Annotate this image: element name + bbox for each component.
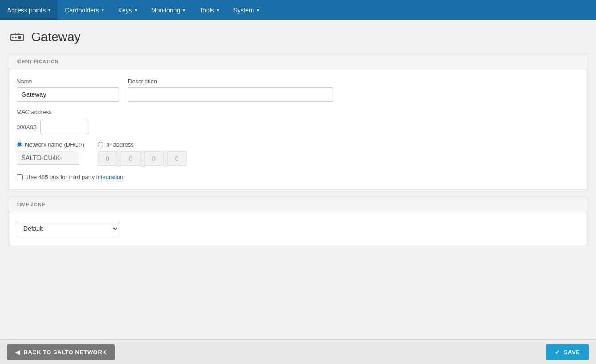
name-group: Name xyxy=(17,78,119,102)
content-area: Gateway IDENTIFICATION Name Description … xyxy=(0,20,596,339)
ip-octet-4[interactable] xyxy=(167,151,187,166)
ip-dot-2: . xyxy=(141,151,144,167)
nav-cardholders-label: Cardholders xyxy=(65,7,99,14)
use485-highlight: integration xyxy=(96,174,124,180)
nav-keys-chevron: ▾ xyxy=(135,8,137,12)
nav-system-chevron: ▾ xyxy=(257,8,259,12)
svg-point-1 xyxy=(12,37,14,38)
use485-label[interactable]: Use 485 bus for third party integration xyxy=(26,174,124,180)
mac-label: MAC address xyxy=(17,109,579,115)
gateway-icon xyxy=(9,29,25,45)
nav-cardholders[interactable]: Cardholders ▾ xyxy=(58,0,111,20)
network-dhcp-label: Network name (DHCP) xyxy=(25,141,84,148)
identification-header: IDENTIFICATION xyxy=(9,54,587,69)
network-ip-label: IP address xyxy=(106,141,134,148)
nav-keys[interactable]: Keys ▾ xyxy=(111,0,144,20)
desc-input[interactable] xyxy=(128,87,333,102)
network-dhcp-group: Network name (DHCP) xyxy=(17,141,84,165)
timezone-header: TIME ZONE xyxy=(9,197,587,212)
page-title: Gateway xyxy=(31,30,81,44)
network-ip-group: IP address . . . xyxy=(98,141,187,167)
ip-octet-2[interactable] xyxy=(121,151,141,166)
network-dhcp-radio-label[interactable]: Network name (DHCP) xyxy=(17,141,84,148)
nav-cardholders-chevron: ▾ xyxy=(102,8,104,12)
nav-monitoring-chevron: ▾ xyxy=(183,8,185,12)
timezone-body: DefaultUTCGMTUS/EasternUS/CentralUS/Paci… xyxy=(9,212,587,245)
nav-tools-chevron: ▾ xyxy=(217,8,219,12)
network-dhcp-input[interactable] xyxy=(17,151,79,165)
nav-access-points-label: Access points xyxy=(7,7,46,14)
ip-octet-3[interactable] xyxy=(144,151,164,166)
nav-system[interactable]: System ▾ xyxy=(226,0,266,20)
nav-access-points-chevron: ▾ xyxy=(48,8,50,12)
use485-row: Use 485 bus for third party integration xyxy=(17,174,579,180)
mac-suffix-input[interactable] xyxy=(40,120,89,134)
svg-point-2 xyxy=(15,37,17,38)
svg-rect-3 xyxy=(18,36,21,39)
timezone-select[interactable]: DefaultUTCGMTUS/EasternUS/CentralUS/Paci… xyxy=(17,221,119,236)
nav-monitoring[interactable]: Monitoring ▾ xyxy=(144,0,192,20)
name-desc-row: Name Description xyxy=(17,78,579,102)
use485-checkbox[interactable] xyxy=(17,174,23,180)
ip-octet-1[interactable] xyxy=(98,151,117,166)
network-ip-radio-label[interactable]: IP address xyxy=(98,141,187,148)
timezone-card: TIME ZONE DefaultUTCGMTUS/EasternUS/Cent… xyxy=(9,197,587,245)
nav-tools[interactable]: Tools ▾ xyxy=(192,0,226,20)
network-dhcp-radio[interactable] xyxy=(17,142,22,147)
nav-access-points[interactable]: Access points ▾ xyxy=(0,0,58,20)
name-input[interactable] xyxy=(17,87,119,102)
desc-group: Description xyxy=(128,78,333,102)
name-label: Name xyxy=(17,78,119,85)
mac-row: 000A83 xyxy=(17,120,579,134)
nav-system-label: System xyxy=(233,7,254,14)
desc-label: Description xyxy=(128,78,333,85)
ip-dot-1: . xyxy=(117,151,121,167)
nav-monitoring-label: Monitoring xyxy=(151,7,180,14)
identification-body: Name Description MAC address 000A83 xyxy=(9,69,587,189)
mac-prefix: 000A83 xyxy=(17,124,37,131)
navbar: Access points ▾ Cardholders ▾ Keys ▾ Mon… xyxy=(0,0,596,20)
network-row: Network name (DHCP) IP address . . xyxy=(17,141,579,167)
identification-card: IDENTIFICATION Name Description MAC addr… xyxy=(9,54,587,190)
page-header: Gateway xyxy=(9,29,587,45)
nav-keys-label: Keys xyxy=(118,7,132,14)
ip-dot-3: . xyxy=(164,151,167,167)
ip-input-group: . . . xyxy=(98,151,187,167)
mac-group: MAC address 000A83 xyxy=(17,109,579,134)
nav-tools-label: Tools xyxy=(199,7,214,14)
network-ip-radio[interactable] xyxy=(98,142,103,147)
